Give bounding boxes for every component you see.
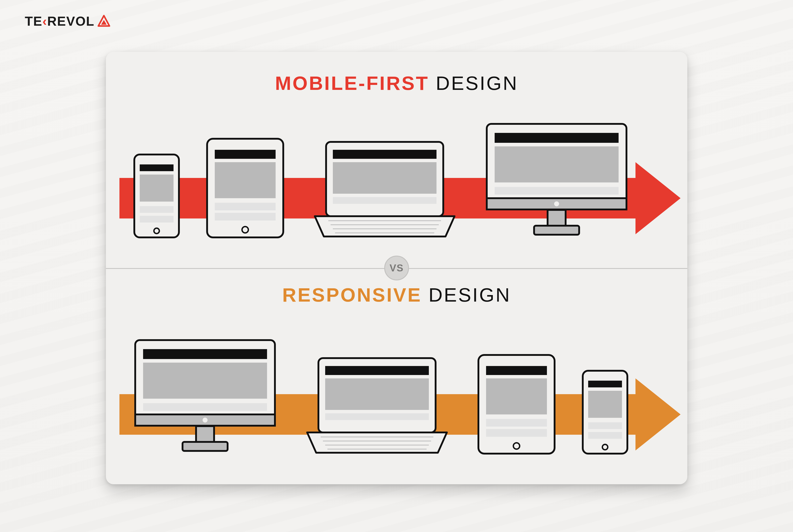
desktop-icon [484,121,629,239]
brand-logo: TE‹REVOL [25,14,110,28]
title-rest: DESIGN [429,72,518,94]
svg-rect-25 [495,187,619,195]
row-title-mobile-first: MOBILE-FIRST DESIGN [106,72,687,94]
svg-rect-28 [548,210,566,226]
svg-rect-10 [215,162,276,198]
svg-point-27 [554,201,559,206]
svg-rect-24 [495,146,619,183]
svg-rect-56 [588,432,622,439]
laptop-icon [303,356,451,455]
svg-rect-47 [486,366,547,375]
svg-point-35 [203,418,207,422]
arrow-head-icon [635,162,681,234]
svg-rect-15 [333,150,437,159]
row-mobile-first: MOBILE-FIRST DESIGN [106,52,687,268]
svg-rect-31 [143,349,267,359]
svg-rect-12 [215,213,276,221]
svg-rect-6 [140,216,173,223]
svg-rect-55 [588,422,622,429]
svg-rect-11 [215,203,276,210]
logo-chevron-icon: ‹ [42,14,47,28]
logo-text-pre: TE [25,14,42,28]
svg-rect-40 [325,378,429,410]
row-responsive: RESPONSIVE DESIGN [106,268,687,484]
phone-icon [582,369,629,455]
svg-rect-4 [140,174,173,202]
tablet-icon [477,354,556,455]
title-rest: DESIGN [422,284,511,306]
svg-rect-29 [534,226,579,235]
comparison-card: MOBILE-FIRST DESIGN [106,52,687,484]
svg-rect-32 [143,363,267,399]
svg-rect-48 [486,378,547,414]
svg-rect-54 [588,391,622,418]
svg-rect-9 [215,150,276,159]
title-accent: MOBILE-FIRST [275,72,429,94]
svg-rect-36 [196,426,214,442]
svg-rect-16 [333,162,437,194]
laptop-icon [310,140,459,239]
logo-triangle-icon [97,15,110,27]
svg-rect-49 [486,419,547,426]
devices-responsive [133,338,629,455]
svg-rect-53 [588,381,622,387]
svg-rect-17 [333,197,437,204]
svg-rect-50 [486,429,547,437]
svg-rect-37 [183,442,227,451]
row-title-responsive: RESPONSIVE DESIGN [106,284,687,306]
svg-rect-23 [495,133,619,143]
svg-rect-33 [143,403,267,411]
svg-rect-39 [325,366,429,375]
logo-text-post: REVOL [47,14,94,28]
svg-rect-5 [140,206,173,213]
arrow-head-icon [635,378,681,451]
phone-icon [133,153,180,239]
tablet-icon [206,137,284,239]
svg-rect-41 [325,413,429,420]
devices-mobile-first [133,121,629,239]
brand-logo-text: TE‹REVOL [25,14,94,28]
desktop-icon [133,338,277,455]
svg-rect-3 [140,165,173,171]
title-accent: RESPONSIVE [282,284,422,306]
